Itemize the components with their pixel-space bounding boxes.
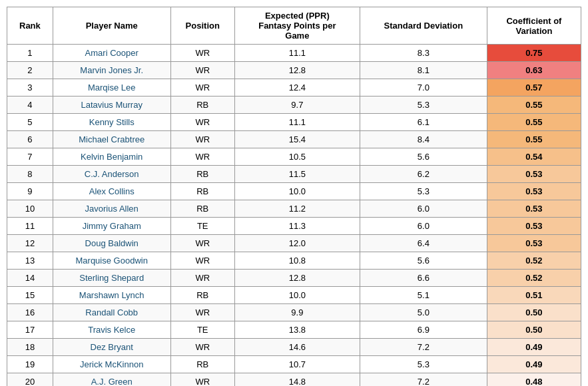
- cell-cv: 0.49: [487, 356, 581, 373]
- cell-stddev: 8.4: [360, 131, 487, 148]
- cell-player: Alex Collins: [53, 183, 170, 200]
- table-row: 20 A.J. Green WR 14.8 7.2 0.48: [7, 373, 581, 387]
- cell-stddev: 6.4: [360, 235, 487, 252]
- cell-expected: 13.8: [234, 321, 360, 339]
- cell-cv: 0.49: [487, 339, 581, 356]
- cell-rank: 20: [7, 373, 53, 387]
- cell-player: Sterling Shepard: [53, 270, 170, 287]
- cell-stddev: 5.3: [360, 96, 487, 114]
- cell-cv: 0.75: [487, 45, 581, 62]
- cell-rank: 4: [7, 96, 53, 114]
- cell-player: Michael Crabtree: [53, 131, 170, 148]
- cell-player: Jimmy Graham: [53, 218, 170, 235]
- cell-player: A.J. Green: [53, 373, 170, 387]
- cell-expected: 11.2: [234, 200, 360, 218]
- cell-expected: 9.7: [234, 96, 360, 114]
- cell-player: Doug Baldwin: [53, 235, 170, 252]
- cell-expected: 10.0: [234, 287, 360, 304]
- cell-player: Dez Bryant: [53, 339, 170, 356]
- cell-stddev: 8.3: [360, 45, 487, 62]
- cell-position: WR: [170, 114, 234, 131]
- cell-position: RB: [170, 96, 234, 114]
- cell-position: RB: [170, 200, 234, 218]
- cell-stddev: 5.0: [360, 304, 487, 321]
- cell-rank: 11: [7, 218, 53, 235]
- cell-cv: 0.52: [487, 252, 581, 270]
- cell-position: WR: [170, 79, 234, 96]
- table-row: 18 Dez Bryant WR 14.6 7.2 0.49: [7, 339, 581, 356]
- cell-rank: 1: [7, 45, 53, 62]
- cell-expected: 12.8: [234, 62, 360, 79]
- table-row: 8 C.J. Anderson RB 11.5 6.2 0.53: [7, 166, 581, 183]
- cell-expected: 10.0: [234, 183, 360, 200]
- table-row: 15 Marshawn Lynch RB 10.0 5.1 0.51: [7, 287, 581, 304]
- header-stddev: Standard Deviation: [360, 7, 487, 45]
- cell-cv: 0.55: [487, 114, 581, 131]
- cell-rank: 17: [7, 321, 53, 339]
- cell-stddev: 5.3: [360, 183, 487, 200]
- header-player: Player Name: [53, 7, 170, 45]
- cell-cv: 0.63: [487, 62, 581, 79]
- cell-expected: 10.8: [234, 252, 360, 270]
- cell-cv: 0.50: [487, 304, 581, 321]
- cell-cv: 0.53: [487, 235, 581, 252]
- table-row: 4 Latavius Murray RB 9.7 5.3 0.55: [7, 96, 581, 114]
- cell-expected: 12.8: [234, 270, 360, 287]
- cell-position: RB: [170, 166, 234, 183]
- cell-expected: 14.6: [234, 339, 360, 356]
- cell-position: WR: [170, 304, 234, 321]
- cell-stddev: 7.2: [360, 373, 487, 387]
- stats-table: Rank Player Name Position Expected (PPR)…: [7, 7, 581, 386]
- cell-cv: 0.57: [487, 79, 581, 96]
- cell-rank: 9: [7, 183, 53, 200]
- cell-rank: 2: [7, 62, 53, 79]
- table-row: 7 Kelvin Benjamin WR 10.5 5.6 0.54: [7, 148, 581, 166]
- cell-rank: 7: [7, 148, 53, 166]
- cell-position: RB: [170, 287, 234, 304]
- cell-cv: 0.53: [487, 183, 581, 200]
- cell-cv: 0.48: [487, 373, 581, 387]
- cell-position: RB: [170, 183, 234, 200]
- table-row: 6 Michael Crabtree WR 15.4 8.4 0.55: [7, 131, 581, 148]
- cell-cv: 0.52: [487, 270, 581, 287]
- table-row: 16 Randall Cobb WR 9.9 5.0 0.50: [7, 304, 581, 321]
- cell-cv: 0.51: [487, 287, 581, 304]
- cell-cv: 0.53: [487, 200, 581, 218]
- cell-expected: 12.0: [234, 235, 360, 252]
- cell-cv: 0.55: [487, 96, 581, 114]
- cell-player: Travis Kelce: [53, 321, 170, 339]
- cell-player: Amari Cooper: [53, 45, 170, 62]
- table-row: 3 Marqise Lee WR 12.4 7.0 0.57: [7, 79, 581, 96]
- cell-player: C.J. Anderson: [53, 166, 170, 183]
- cell-stddev: 6.0: [360, 200, 487, 218]
- table-row: 13 Marquise Goodwin WR 10.8 5.6 0.52: [7, 252, 581, 270]
- cell-player: Randall Cobb: [53, 304, 170, 321]
- cell-stddev: 5.3: [360, 356, 487, 373]
- table-row: 14 Sterling Shepard WR 12.8 6.6 0.52: [7, 270, 581, 287]
- header-position: Position: [170, 7, 234, 45]
- cell-stddev: 6.0: [360, 218, 487, 235]
- table-row: 9 Alex Collins RB 10.0 5.3 0.53: [7, 183, 581, 200]
- table-row: 10 Javorius Allen RB 11.2 6.0 0.53: [7, 200, 581, 218]
- cell-position: WR: [170, 45, 234, 62]
- cell-player: Kenny Stills: [53, 114, 170, 131]
- cell-position: WR: [170, 235, 234, 252]
- cell-expected: 9.9: [234, 304, 360, 321]
- cell-rank: 15: [7, 287, 53, 304]
- cell-rank: 3: [7, 79, 53, 96]
- cell-stddev: 6.2: [360, 166, 487, 183]
- cell-player: Kelvin Benjamin: [53, 148, 170, 166]
- cell-rank: 13: [7, 252, 53, 270]
- cell-stddev: 5.6: [360, 148, 487, 166]
- cell-rank: 6: [7, 131, 53, 148]
- cell-cv: 0.55: [487, 131, 581, 148]
- cell-rank: 16: [7, 304, 53, 321]
- cell-player: Marvin Jones Jr.: [53, 62, 170, 79]
- cell-stddev: 5.1: [360, 287, 487, 304]
- cell-player: Marshawn Lynch: [53, 287, 170, 304]
- header-expected: Expected (PPR)Fantasy Points perGame: [234, 7, 360, 45]
- cell-rank: 10: [7, 200, 53, 218]
- cell-expected: 11.3: [234, 218, 360, 235]
- cell-position: TE: [170, 218, 234, 235]
- cell-stddev: 6.1: [360, 114, 487, 131]
